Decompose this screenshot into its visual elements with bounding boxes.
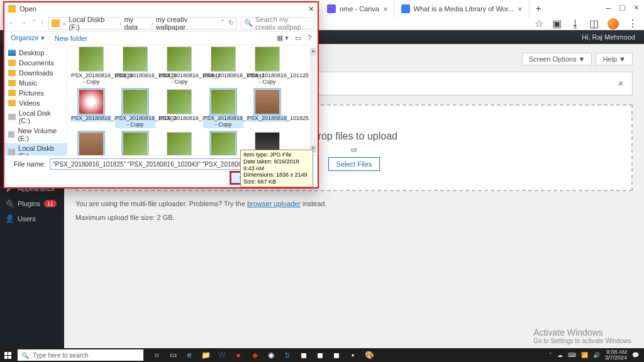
onedrive-icon[interactable]: ☁ — [557, 352, 563, 358]
search-icon: 🔍 — [21, 352, 29, 359]
nav-item[interactable]: Music — [4, 78, 67, 88]
chevron-down-icon[interactable]: ˅ — [221, 19, 225, 27]
extension-icon[interactable]: ▣ — [552, 18, 562, 30]
breadcrumb[interactable]: « Local Diskb (F:) › my data › my creati… — [48, 17, 238, 30]
monitor-icon — [8, 50, 16, 56]
star-icon[interactable]: ☆ — [535, 18, 543, 30]
preview-icon[interactable]: ▭ — [295, 34, 301, 42]
panel-icon[interactable]: ◫ — [589, 18, 599, 30]
sidebar-item[interactable]: 🔌Plugins11 — [0, 196, 64, 211]
dismiss-icon[interactable]: × — [618, 79, 623, 89]
minimize-icon[interactable]: – — [606, 3, 611, 13]
maximize-icon[interactable]: □ — [619, 3, 625, 13]
explorer-icon[interactable]: 📁 — [199, 348, 213, 362]
file-item[interactable]: PSX_20180816_102043 — [71, 132, 111, 155]
nav-item[interactable]: Desktop — [4, 48, 67, 58]
file-item[interactable]: PSX_20180816_100335 — [115, 47, 155, 85]
wifi-icon[interactable]: 📶 — [581, 352, 588, 358]
avatar[interactable] — [608, 18, 619, 30]
scroll-up-icon[interactable]: ▴ — [310, 48, 316, 55]
back-icon[interactable]: ← — [8, 19, 15, 27]
browser-tab[interactable]: ome - Canva × — [321, 0, 395, 18]
new-tab-button[interactable]: + — [530, 3, 548, 14]
wp-greeting[interactable]: Hi, Raj Mehmood — [582, 33, 635, 41]
powerpoint-icon[interactable]: ● — [231, 348, 245, 362]
nav-item[interactable]: Pictures — [4, 88, 67, 98]
thumbnail — [123, 47, 148, 72]
file-item[interactable]: PSX_20180816_100841 — [203, 47, 243, 85]
file-tooltip: Item type: JPG File Date taken: 8/16/201… — [240, 150, 313, 187]
new-folder-button[interactable]: New folder — [55, 35, 88, 42]
thumbnail — [79, 47, 104, 72]
notifications-icon[interactable]: 💬 — [632, 352, 639, 358]
forward-icon[interactable]: → — [20, 19, 27, 27]
refresh-icon[interactable]: ↻ — [228, 19, 234, 27]
edge-icon[interactable]: e — [182, 348, 196, 362]
thumbnail — [255, 47, 280, 72]
close-icon[interactable]: × — [518, 4, 523, 14]
paint-icon[interactable]: 🎨 — [362, 348, 376, 362]
file-item[interactable]: PSX_20180816_102322 copy — [159, 132, 199, 155]
scrollbar[interactable]: ▴ ▾ — [310, 48, 316, 153]
search-input[interactable]: 🔍 Search my creativ wallpap — [241, 17, 314, 30]
nav-item[interactable]: Documents — [4, 58, 67, 68]
taskbar-clock[interactable]: 9:08 AM 3/7/2024 — [605, 349, 627, 361]
file-item[interactable]: PSX_20180816_101825 — [247, 89, 287, 128]
nav-item[interactable]: Downloads — [4, 68, 67, 78]
chrome-icon[interactable]: ◉ — [264, 348, 278, 362]
taskbar-search[interactable]: 🔍 Type here to search — [18, 349, 143, 361]
select-files-button[interactable]: Select Files — [328, 157, 380, 171]
word-icon[interactable]: W — [215, 348, 229, 362]
close-icon[interactable]: × — [634, 3, 639, 13]
file-name: PSX_20180816_101825 - Copy — [203, 116, 243, 128]
file-item[interactable]: PSX_20180816_101125 — [71, 89, 111, 128]
organize-menu[interactable]: Organize ▾ — [11, 34, 45, 42]
nav-item[interactable]: Videos — [4, 98, 67, 108]
close-icon[interactable]: × — [309, 4, 314, 14]
file-item[interactable]: PSX_20180816_101825 - Copy — [203, 89, 243, 128]
help-button[interactable]: Help ▼ — [596, 53, 633, 65]
help-icon[interactable]: ? — [308, 34, 311, 42]
file-item[interactable]: PSX_20180816_100841 - Copy — [159, 47, 199, 85]
nav-item[interactable]: Local Diskb (F:) — [4, 143, 67, 155]
file-item[interactable]: PSX_20180816_102322 — [203, 132, 243, 155]
taskview-icon[interactable]: ▭ — [166, 348, 180, 362]
canva-icon — [327, 4, 336, 13]
app-icon[interactable]: ◼ — [297, 348, 311, 362]
start-button[interactable] — [0, 348, 15, 362]
view-icon[interactable]: ▦ ▾ — [277, 34, 289, 42]
file-item[interactable]: PSX_20180816_101503 - Copy — [115, 89, 155, 128]
thumbnail — [123, 89, 148, 114]
file-item[interactable]: PSX_20180816_100335 - Copy — [71, 47, 111, 85]
keyboard-icon[interactable]: ⌨ — [568, 352, 576, 358]
office-icon[interactable]: ◆ — [248, 348, 262, 362]
thumbnail — [79, 89, 104, 114]
browser-tab[interactable]: What is a Media Library of Wor... × — [395, 0, 530, 18]
menu-icon[interactable]: ⋮ — [628, 18, 638, 30]
thumbnail — [211, 47, 236, 72]
download-icon[interactable]: ⭳ — [570, 18, 580, 30]
chevron-down-icon[interactable]: ˅ — [32, 19, 36, 27]
file-item[interactable]: PSX_20180816_102322 - Copy — [115, 132, 155, 155]
sidebar-item[interactable]: 👤Users — [0, 211, 64, 226]
terminal-icon[interactable]: ▪ — [346, 348, 360, 362]
up-icon[interactable]: ↑ — [41, 19, 45, 27]
screen-options-button[interactable]: Screen Options ▼ — [522, 53, 592, 65]
folder-icon — [8, 100, 16, 106]
drive-icon — [8, 114, 16, 120]
folder-icon — [8, 70, 16, 76]
cortana-icon[interactable]: ○ — [150, 348, 164, 362]
file-item[interactable]: PSX_20180816_101503 — [159, 89, 199, 128]
close-icon[interactable]: × — [383, 4, 388, 14]
tray-chevron-icon[interactable]: ˄ — [549, 352, 552, 358]
file-item[interactable]: PSX_20180816_101125 - Copy — [247, 47, 287, 85]
browser-uploader-link[interactable]: browser uploader — [247, 200, 301, 207]
app-icon[interactable]: ◼ — [313, 348, 327, 362]
dialog-title: Open — [19, 5, 36, 13]
nav-item[interactable]: Local Disk (C:) — [4, 108, 67, 126]
bing-icon[interactable]: b — [280, 348, 294, 362]
volume-icon[interactable]: 🔊 — [593, 352, 600, 358]
app-icon[interactable]: ◼ — [330, 348, 343, 362]
taskbar: 🔍 Type here to search ○ ▭ e 📁 W ● ◆ ◉ b … — [0, 348, 644, 362]
nav-item[interactable]: New Volume (E:) — [4, 126, 67, 143]
